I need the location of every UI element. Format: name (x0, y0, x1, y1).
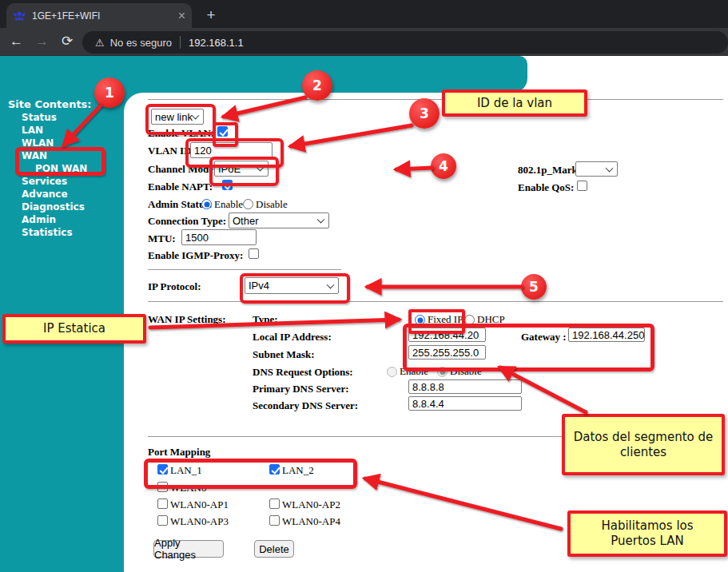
port-wlan0-ap2-checkbox[interactable] (269, 499, 280, 509)
sidebar-item-services[interactable]: Services (22, 176, 67, 187)
tab-title: 1GE+1FE+WIFI (32, 10, 178, 22)
sidebar-item-diagnostics[interactable]: Diagnostics (22, 201, 85, 213)
sidebar-item-advance[interactable]: Advance (22, 189, 68, 200)
sidebar-item-lan[interactable]: LAN (22, 125, 43, 136)
port-mapping-title: Port Mapping (148, 446, 210, 459)
admin-status-enable-radio[interactable] (201, 199, 212, 209)
callout-client-segment: Datos del segmento de clientes (562, 414, 725, 475)
reload-icon[interactable]: ⟳ (62, 34, 73, 50)
admin-status-disable-label: Disable (256, 198, 288, 211)
step-circle-4: 4 (431, 153, 456, 179)
sidebar-item-status[interactable]: Status (22, 112, 57, 123)
dns-request-enable-radio (387, 367, 397, 377)
callout-lan-ports: Habilitamos los Puertos LAN (567, 510, 727, 557)
port-wlan0-ap4-checkbox[interactable] (269, 515, 280, 526)
8021p-mark-label: 802.1p_Mark (518, 164, 578, 177)
apply-changes-button[interactable]: Apply Changes (153, 540, 224, 558)
screen: 1GE+1FE+WIFI × + ← → ⟳ ⚠ No es seguro 19… (0, 0, 728, 572)
address-bar[interactable]: ⚠ No es seguro 192.168.1.1 (82, 31, 728, 54)
highlight-channel-mode (209, 157, 279, 186)
forward-icon: → (35, 34, 49, 50)
enable-igmp-checkbox[interactable] (249, 248, 259, 259)
highlight-new-link (145, 104, 216, 135)
step-circle-3: 3 (409, 98, 440, 129)
admin-status-disable-radio[interactable] (243, 199, 253, 209)
port-wlan0-ap3-label: WLAN0-AP3 (170, 515, 229, 528)
step-circle-5: 5 (521, 274, 547, 300)
enable-qos-label: Enable QoS: (518, 181, 574, 194)
url-text[interactable]: 192.168.1.1 (189, 37, 244, 49)
primary-dns-input[interactable] (408, 379, 522, 394)
step-circle-2: 2 (302, 70, 332, 101)
delete-button[interactable]: Delete (254, 540, 294, 558)
tab-close-icon[interactable]: × (178, 10, 185, 22)
local-ip-label: Local IP Address: (253, 331, 332, 344)
highlight-ip-protocol (240, 273, 350, 304)
chevron-down-icon (606, 164, 614, 172)
primary-dns-label: Primary DNS Server: (253, 383, 349, 395)
connection-type-select[interactable]: Other (229, 213, 329, 228)
admin-status-enable-label: Enable (214, 198, 243, 211)
divider (148, 269, 341, 270)
address-separator (180, 36, 181, 49)
chevron-down-icon (317, 216, 325, 224)
new-tab-button[interactable]: + (201, 6, 221, 25)
mtu-label: MTU: (148, 232, 176, 245)
wan-ip-type-label: Type: (253, 313, 278, 326)
highlight-wan-menu (15, 147, 105, 176)
port-wlan0-ap4-label: WLAN0-AP4 (282, 515, 340, 528)
dns-request-label: DNS Request Options: (253, 366, 353, 379)
favicon-icon (13, 10, 26, 22)
secondary-dns-label: Secondary DNS Server: (253, 399, 358, 412)
enable-igmp-label: Enable IGMP-Proxy: (148, 249, 243, 262)
sidebar-item-admin[interactable]: Admin (22, 214, 56, 225)
highlight-ip-fields (403, 324, 654, 371)
sidebar-title: Site Contents: (8, 98, 92, 110)
not-secure-label[interactable]: No es seguro (110, 37, 172, 49)
8021p-mark-select[interactable] (575, 161, 618, 177)
sidebar-item-statistics[interactable]: Statistics (22, 227, 73, 238)
subnet-mask-label: Subnet Mask: (253, 348, 315, 361)
enable-qos-checkbox[interactable] (577, 181, 587, 191)
secondary-dns-input[interactable] (408, 396, 522, 411)
not-secure-warning-icon: ⚠ (95, 37, 105, 49)
connection-type-label: Connection Type: (148, 215, 226, 228)
browser-tab[interactable]: 1GE+1FE+WIFI × (6, 3, 192, 28)
enable-napt-label: Enable NAPT: (148, 181, 213, 193)
step-circle-1: 1 (94, 77, 125, 108)
divider (148, 301, 723, 302)
back-icon[interactable]: ← (10, 34, 23, 50)
highlight-lan-ports (144, 459, 357, 489)
ip-protocol-label: IP Protocol: (148, 280, 201, 293)
wan-ip-settings-label: WAN IP Settings: (148, 313, 226, 326)
port-wlan0-ap1-checkbox[interactable] (157, 499, 168, 509)
callout-vlan-id: ID de la vlan (442, 89, 587, 117)
port-wlan0-ap2-label: WLAN0-AP2 (282, 499, 340, 511)
mtu-input[interactable] (181, 229, 257, 245)
divider (148, 99, 723, 100)
port-wlan0-ap3-checkbox[interactable] (157, 515, 168, 526)
port-wlan0-ap1-label: WLAN0-AP1 (170, 499, 229, 511)
callout-static-ip: IP Estatica (2, 314, 146, 344)
